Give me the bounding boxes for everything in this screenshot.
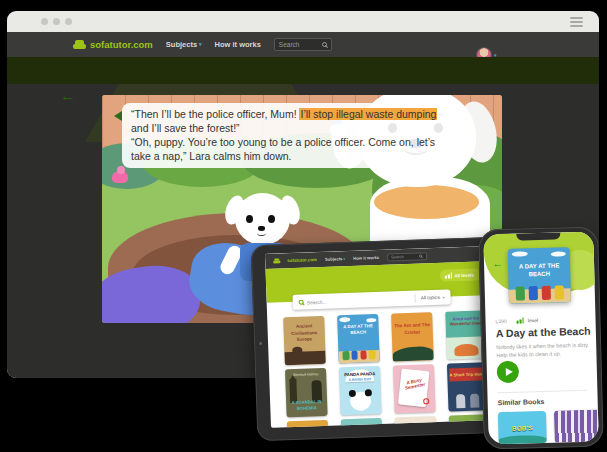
page-header-band [7, 57, 599, 84]
search-icon [419, 254, 422, 257]
book-cover-busy-semester[interactable]: A Busy Semester [393, 364, 436, 413]
nav-how-it-works[interactable]: How it works [215, 40, 261, 49]
tablet-screen: sofatutor.com Subjects▾ How it works Sea… [265, 246, 491, 428]
book-cover-scandal-in-bohemia[interactable]: Sherlock Holmes A SCANDAL IN BOHEMIA [285, 368, 328, 417]
cloud-art [511, 251, 527, 257]
sofatutor-logo-icon[interactable] [73, 40, 86, 49]
topics-dropdown[interactable]: All topics▾ [414, 293, 444, 303]
book-cover-ancient-civilisations[interactable]: Ancient Civilisations Europe [283, 316, 326, 365]
level-row: L290 level [495, 317, 538, 324]
level-bars-icon [445, 273, 452, 279]
book-cover-bobs[interactable]: BOB’S [498, 411, 547, 444]
chevron-down-icon: ▾ [199, 41, 202, 47]
book-title: A SCANDAL IN BOHEMIA [286, 399, 327, 412]
book-cover-day-at-the-beach[interactable]: A DAY AT THE BEACH [337, 314, 380, 363]
recycle-bins-art [338, 350, 379, 360]
book-detail-title: A Day at the Beach [496, 325, 591, 339]
highlighted-phrase: I’ll stop illegal waste dumping [299, 108, 437, 120]
panda-face-art [350, 391, 372, 411]
book-cover-partial[interactable] [287, 420, 330, 428]
window-controls [41, 18, 72, 25]
book-subtitle: A RAINY DAY [339, 377, 380, 382]
play-button[interactable] [497, 361, 520, 384]
book-cover-partial[interactable] [341, 418, 384, 428]
puppy-head [235, 193, 290, 245]
phone-mockup: ← A DAY AT THE BEACH L290 level A Day at… [478, 226, 604, 449]
divider [497, 390, 587, 393]
book-title: BOB’S [512, 424, 533, 432]
book-title: A DAY AT THE BEACH [337, 323, 378, 337]
cover-art [470, 394, 479, 408]
cover-art [454, 344, 478, 357]
chevron-down-icon: ▾ [343, 257, 345, 261]
all-levels-button[interactable]: All levels [440, 268, 479, 281]
level-code: L290 [495, 318, 506, 324]
book-title: Ancient Civilisations Europe [283, 316, 325, 344]
search-input[interactable]: Search [387, 252, 427, 261]
story-text: “Oh, puppy. You’re too young to be a pol… [131, 136, 435, 162]
book-cover-panda-panda[interactable]: PANDA PANDA A RAINY DAY [339, 366, 382, 415]
book-cover-ant-and-cricket[interactable]: The Ant and The Cricket [391, 312, 434, 361]
nav-how-it-works[interactable]: How it works [353, 255, 379, 261]
browser-chrome-bar [7, 11, 599, 32]
nav-subjects[interactable]: Subjects▾ [325, 256, 345, 262]
cloud-art [340, 317, 351, 322]
search-icon [299, 300, 304, 305]
sofatutor-logo-text[interactable]: sofatutor.com [90, 39, 153, 50]
similar-books-heading: Similar Books [498, 398, 545, 406]
search-input[interactable]: Search [274, 38, 332, 51]
book-series-label: Sherlock Holmes [285, 368, 326, 377]
book-title: A Short Trip Home [449, 371, 486, 378]
nav-subjects[interactable]: Subjects▾ [166, 40, 202, 49]
site-navbar: sofatutor.com Subjects▾ How it works Sea… [7, 32, 599, 57]
chevron-down-icon: ▾ [443, 295, 445, 299]
flower-art [112, 171, 128, 183]
story-text: and I’ll save the forest!” [131, 122, 240, 134]
book-title: The Ant and The Cricket [391, 312, 433, 337]
book-title: A DAY AT THE BEACH [508, 261, 570, 280]
cover-art [456, 394, 465, 408]
puppy-eye [268, 215, 275, 223]
puppy-eye [246, 215, 253, 223]
tablet-camera-dot [259, 342, 262, 345]
audio-marker-icon[interactable] [114, 111, 122, 121]
window-control-dot[interactable] [53, 18, 60, 25]
puppy-mouth [257, 230, 266, 236]
phone-screen: ← A DAY AT THE BEACH L290 level A Day at… [483, 232, 598, 445]
cover-art [284, 351, 325, 365]
level-label: level [528, 317, 538, 323]
cover-art [423, 398, 429, 404]
search-placeholder: Search [391, 254, 418, 260]
sofatutor-logo-text[interactable]: sofatutor.com [287, 257, 317, 263]
book-cover-partial[interactable] [395, 416, 438, 428]
cloud-art [366, 318, 376, 323]
story-text-box: “Then I’ll be the police officer, Mum! I… [122, 103, 456, 168]
window-control-dot[interactable] [41, 18, 48, 25]
similar-books-row: BOB’S [498, 409, 599, 444]
dog-scarf [374, 185, 479, 219]
book-cover-partial[interactable] [554, 409, 599, 442]
level-bars-icon [517, 318, 524, 324]
book-cover-day-at-the-beach[interactable]: A DAY AT THE BEACH [508, 247, 571, 304]
book-description: Nobody likes it when the beach is dirty.… [496, 341, 589, 360]
story-text: “Then I’ll be the police officer, Mum! [131, 108, 299, 120]
play-icon [505, 368, 512, 376]
cloud-art [551, 252, 566, 257]
recycle-bins-art [509, 285, 571, 300]
search-placeholder: Search... [307, 295, 415, 305]
cover-art [392, 346, 433, 361]
phone-notch [516, 232, 560, 240]
window-control-dot[interactable] [65, 18, 72, 25]
search-placeholder: Search [279, 41, 322, 48]
tablet-mockup: sofatutor.com Subjects▾ How it works Sea… [251, 237, 506, 442]
back-arrow-icon[interactable]: ← [492, 257, 503, 269]
browser-menu-icon[interactable] [570, 17, 583, 27]
back-arrow-icon[interactable]: ← [60, 87, 76, 105]
sofatutor-logo-icon[interactable] [273, 258, 280, 263]
book-grid: Ancient Civilisations Europe A DAY AT TH… [283, 310, 491, 428]
search-icon [322, 42, 327, 47]
